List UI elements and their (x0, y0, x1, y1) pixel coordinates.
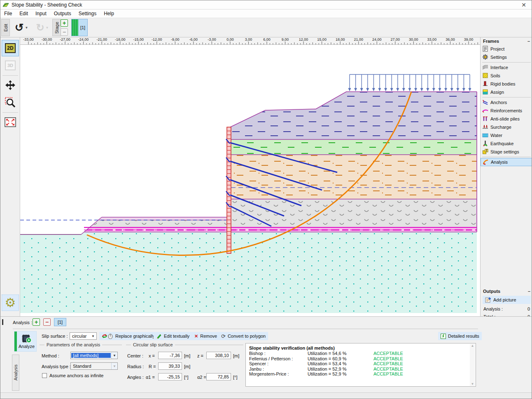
z-input[interactable]: 308,10 (206, 352, 231, 359)
frames-item-project[interactable]: Project (481, 45, 532, 53)
surcharge-icon (482, 124, 488, 131)
edit-textually-button[interactable]: Edit textually (154, 332, 192, 340)
frames-item-surcharge[interactable]: Surcharge (481, 123, 532, 131)
analysis-remove-button[interactable]: − (43, 318, 51, 326)
frames-item-settings[interactable]: Settings (481, 53, 532, 61)
tool-separator (2, 75, 18, 76)
x-input[interactable]: -7,36 (158, 352, 182, 359)
svg-text:15,00: 15,00 (317, 37, 327, 42)
outputs-minimize-button[interactable]: – (528, 289, 530, 294)
svg-text:12,00: 12,00 (299, 37, 308, 42)
result-row: Bishop :Utilization = 54,6 %ACCEPTABLE (249, 351, 472, 356)
scroll-up-icon[interactable]: ▲ (471, 344, 474, 348)
z-unit: [m] (233, 353, 239, 358)
menu-help[interactable]: Help (100, 11, 118, 16)
menu-file[interactable]: File (0, 11, 16, 16)
frames-item-reinforcements[interactable]: Reinforcements (481, 107, 532, 115)
menu-edit[interactable]: Edit (16, 11, 32, 16)
pan-button[interactable] (2, 77, 19, 93)
frames-item-interface[interactable]: Interface (481, 63, 532, 72)
alpha1-input[interactable]: -25,15 (158, 373, 182, 380)
menu-input[interactable]: Input (32, 11, 50, 16)
frames-item-anti-slide-piles[interactable]: Anti-slide piles (481, 115, 532, 123)
frames-item-rigid-bodies[interactable]: Rigid bodies (481, 80, 532, 88)
view-3d-button[interactable]: 3D (2, 57, 19, 74)
radius-input[interactable]: 39,33 (158, 362, 182, 370)
fit-to-view-button[interactable] (2, 114, 19, 130)
analysis-side-tab[interactable]: Analysis (12, 355, 19, 391)
result-verdict: ACCEPTABLE (373, 361, 403, 367)
analysis-count-row: Analysis :0 (481, 306, 532, 312)
svg-text:-15,00: -15,00 (133, 37, 144, 42)
app-window: Slope Stability - Sheeting Check ✕ File … (0, 0, 532, 399)
slip-surface-select[interactable]: circular ▼ (70, 332, 97, 340)
cross-section-scene (20, 45, 480, 316)
svg-text:24,00: 24,00 (372, 37, 382, 42)
assume-anchors-checkbox[interactable] (42, 373, 47, 378)
result-verdict: ACCEPTABLE (373, 351, 403, 356)
settings-icon (482, 54, 488, 61)
slip-dropdown-icon: ▼ (91, 334, 96, 338)
analyze-button[interactable]: Analyze (14, 331, 37, 352)
view-tool-column: 2D 3D (0, 37, 20, 316)
detailed-results-button[interactable]: Detailed results (438, 332, 482, 340)
zoom-window-button[interactable] (2, 94, 19, 111)
svg-text:9,00: 9,00 (282, 37, 289, 42)
stage-1-tab[interactable]: [1] (71, 19, 88, 36)
drawing-settings-button[interactable]: ⚙ (2, 295, 19, 311)
slip-surface-label: Slip surface : (42, 334, 68, 339)
results-scrollbar[interactable]: ▲ ▼ (470, 344, 475, 386)
alpha2-input[interactable]: 72,85 (206, 373, 231, 380)
frames-item-assign[interactable]: Assign (481, 88, 532, 96)
edit-mode-tab[interactable]: Edit (1, 19, 10, 36)
assume-anchors-row: Assume anchors as infinite (42, 373, 103, 378)
stage-add-button[interactable]: + (61, 19, 68, 27)
analysis-add-button[interactable]: + (33, 318, 40, 326)
remove-button[interactable]: ✕ Remove (192, 332, 219, 340)
analysis-1-tab[interactable]: [1] (54, 318, 66, 326)
frames-item-stage-settings[interactable]: 2Stage settings (481, 148, 532, 156)
stage-remove-button[interactable]: − (61, 28, 68, 36)
undo-icon: ↺ (15, 22, 24, 33)
frames-item-earthquake[interactable]: Earthquake (481, 139, 532, 148)
window-title: Slope Stability - Sheeting Check (12, 2, 82, 8)
r-unit: [m] (184, 364, 190, 369)
svg-text:6,00: 6,00 (263, 37, 271, 42)
x-label: x = (149, 353, 155, 358)
replace-graphically-button[interactable]: Replace graphically (99, 332, 157, 340)
alpha2-unit: [°] (233, 375, 238, 380)
frames-item-analysis[interactable]: Analysis (481, 158, 532, 166)
stage-settings-icon: 2 (482, 148, 488, 155)
analysis-type-label: Analysis type : (42, 364, 71, 369)
z-label: z = (197, 353, 203, 358)
stage-mode-tab[interactable]: Stage (52, 19, 61, 36)
frames-minimize-button[interactable]: – (527, 39, 530, 44)
radius-label: Radius : (127, 364, 144, 369)
frames-item-water[interactable]: Water (481, 131, 532, 139)
close-button[interactable]: ✕ (519, 1, 528, 9)
undo-dropdown-icon[interactable]: ▼ (25, 26, 28, 30)
add-picture-button[interactable]: Add picture (483, 296, 531, 304)
method-dropdown-icon[interactable]: ▼ (111, 352, 117, 359)
scroll-down-icon[interactable]: ▼ (471, 382, 474, 386)
frames-item-soils[interactable]: Soils (481, 72, 532, 80)
method-select[interactable]: [all methods] ▼ (70, 352, 118, 359)
result-method: Janbu : (249, 367, 308, 372)
result-utilization: Utilization = 52,9 % (308, 371, 373, 377)
frames-item-anchors[interactable]: Anchors (481, 98, 532, 107)
drawing-canvas[interactable] (20, 45, 480, 316)
undo-button[interactable]: ↺▼ (12, 19, 31, 36)
frames-header: Frames– (481, 37, 532, 45)
anti-slide-piles-icon (482, 116, 488, 123)
convert-to-polygon-button[interactable]: ⟳ Convert to polygon (219, 332, 268, 340)
menu-outputs[interactable]: Outputs (50, 11, 75, 16)
method-label: Method : (42, 353, 59, 358)
view-2d-button[interactable]: 2D (2, 40, 19, 56)
panel-splitter-grip[interactable] (2, 319, 3, 325)
menu-settings[interactable]: Settings (75, 11, 100, 16)
water-icon (482, 132, 488, 139)
gear-icon: ⚙ (5, 297, 16, 309)
redo-icon: ↻ (36, 23, 44, 32)
redo-button[interactable]: ↻▼ (33, 19, 51, 36)
svg-text:-33,00: -33,00 (23, 37, 34, 42)
